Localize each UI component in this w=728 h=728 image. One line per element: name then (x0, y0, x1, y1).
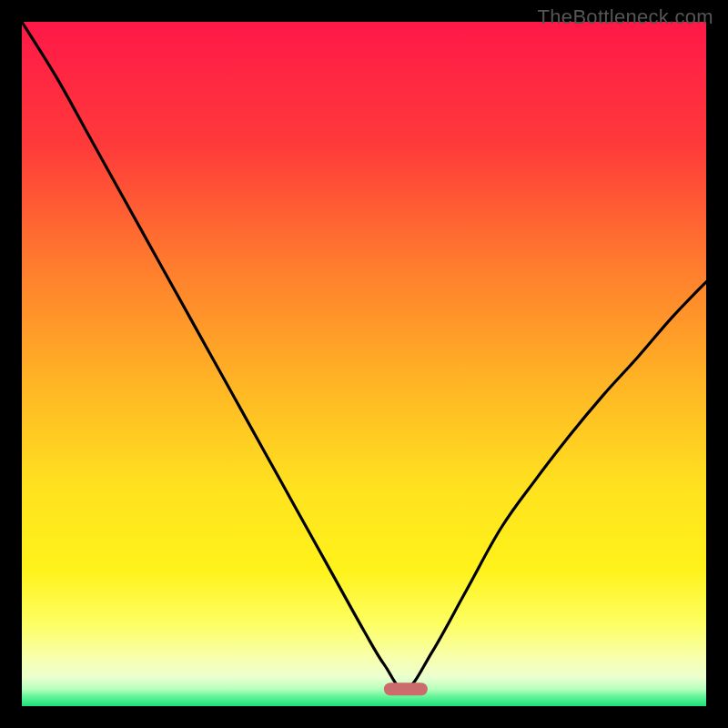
watermark-text: TheBottleneck.com (538, 5, 713, 29)
gradient-background (22, 22, 706, 706)
plot-area (22, 22, 706, 706)
chart-frame: TheBottleneck.com (0, 0, 728, 728)
bottleneck-chart (22, 22, 706, 706)
optimal-marker (384, 682, 428, 695)
